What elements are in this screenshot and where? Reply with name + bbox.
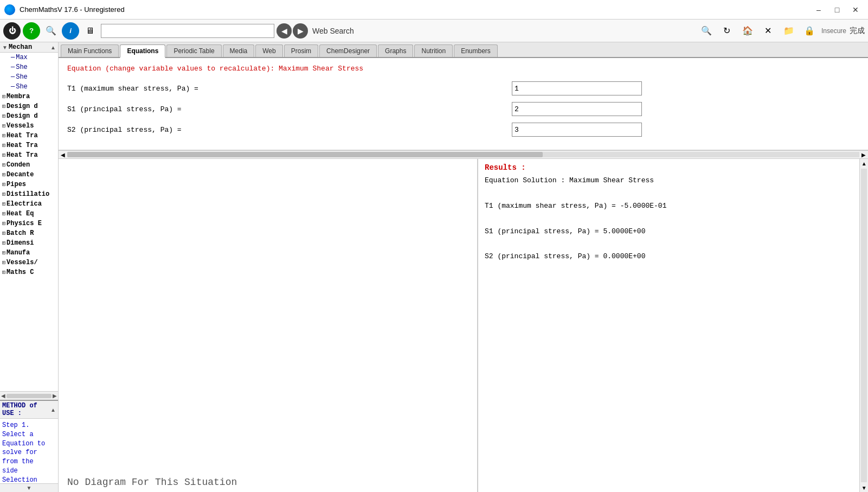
h-scroll-left-btn[interactable]: ◀ <box>59 152 67 158</box>
sidebar-item-17[interactable]: ⊞Physics E <box>0 219 58 228</box>
sidebar-item-6[interactable]: ⊞Design d <box>0 111 58 121</box>
url-input[interactable] <box>101 24 274 38</box>
sidebar-item-label: Max <box>16 54 28 61</box>
sidebar-item-8[interactable]: ⊞Heat Tra <box>0 131 58 140</box>
info-button[interactable]: i <box>62 22 79 40</box>
sidebar-item-label: Vessels <box>7 122 34 130</box>
web-search-label: Web Search <box>312 27 354 35</box>
sidebar-item-10[interactable]: ⊞Heat Tra <box>0 150 58 160</box>
tab-equations[interactable]: Equations <box>120 44 165 58</box>
tab-main-functions[interactable]: Main Functions <box>61 44 119 57</box>
tab-media[interactable]: Media <box>223 44 255 57</box>
sidebar-item-12[interactable]: ⊞Decante <box>0 170 58 180</box>
method-line: Select a <box>2 430 56 439</box>
sidebar-item-19[interactable]: ⊞Dimensi <box>0 238 58 248</box>
sidebar-item-15[interactable]: ⊞Electrica <box>0 199 58 209</box>
h-scroll-right-btn[interactable]: ▶ <box>859 152 868 158</box>
tab-graphs[interactable]: Graphs <box>378 44 413 57</box>
sidebar-item-label: Heat Tra <box>7 132 38 139</box>
diagram-panel: No Diagram For This Situation <box>59 159 478 492</box>
tree-scroll-up-btn[interactable]: ▲ <box>50 44 56 50</box>
equation-row-0: T1 (maximum shear stress, Pa) = <box>67 81 859 95</box>
tree-collapse-btn[interactable]: ▼ <box>2 44 8 50</box>
r-scroll-down-btn[interactable]: ▼ <box>860 483 868 492</box>
sidebar-item-16[interactable]: ⊞Heat Eq <box>0 209 58 219</box>
sidebar-item-11[interactable]: ⊞Conden <box>0 160 58 170</box>
h-scroll-thumb <box>67 152 543 157</box>
monitor-button[interactable]: 🖥 <box>81 22 99 40</box>
r-scroll-up-btn[interactable]: ▲ <box>860 159 868 168</box>
sidebar-item-7[interactable]: ⊞Vessels <box>0 121 58 131</box>
back-button[interactable]: ◀ <box>277 23 292 39</box>
folder-button[interactable]: 📁 <box>780 22 798 40</box>
sidebar-subitem-0[interactable]: — Max <box>0 53 58 62</box>
dash-icon: — <box>11 54 15 61</box>
sidebar-tree: ▼ Mechan ▲ — Max— She— She— She⊞Membra⊞D… <box>0 42 58 391</box>
equation-inputs: Equation (change variable values to reca… <box>59 58 868 150</box>
bottom-panel: No Diagram For This Situation Results : … <box>59 159 868 492</box>
tab-chemdesigner[interactable]: ChemDesigner <box>319 44 377 57</box>
lock-icon: 🔒 <box>804 25 815 36</box>
tab-nutrition[interactable]: Nutrition <box>414 44 453 57</box>
sidebar-item-20[interactable]: ⊞Manufa <box>0 248 58 258</box>
lock-button[interactable]: 🔒 <box>801 22 818 40</box>
expand-icon: ⊞ <box>2 171 5 178</box>
search-button[interactable]: 🔍 <box>42 22 60 40</box>
sidebar-item-4[interactable]: ⊞Membra <box>0 92 58 101</box>
sidebar-item-18[interactable]: ⊞Batch R <box>0 228 58 238</box>
close-button[interactable]: ✕ <box>847 3 864 16</box>
scroll-right-btn[interactable]: ▶ <box>53 393 57 399</box>
sidebar-item-9[interactable]: ⊞Heat Tra <box>0 140 58 150</box>
scroll-left-btn[interactable]: ◀ <box>1 393 5 399</box>
equation-label-2: S2 (principal stress, Pa) = <box>67 126 512 134</box>
scroll-thumb <box>7 394 52 398</box>
sidebar-item-5[interactable]: ⊞Design d <box>0 101 58 111</box>
result-line-0: Equation Solution : Maximum Shear Stress <box>485 174 853 187</box>
sidebar-item-22[interactable]: ⊞Maths C <box>0 267 58 277</box>
method-scroll-down[interactable]: ▼ <box>27 485 32 491</box>
stop-icon: ✕ <box>764 25 771 36</box>
power-button[interactable]: ⏻ <box>3 22 21 40</box>
equation-input-1[interactable] <box>512 102 642 116</box>
equation-input-0[interactable] <box>512 81 642 95</box>
sidebar-item-21[interactable]: ⊞Vessels/ <box>0 258 58 267</box>
kansei-label: 完成 <box>850 26 865 36</box>
tree-items: — Max— She— She— She⊞Membra⊞Design d⊞Des… <box>0 53 58 277</box>
nav-buttons: ◀ ▶ <box>277 23 308 39</box>
minimize-button[interactable]: – <box>811 3 827 16</box>
sidebar-item-13[interactable]: ⊞Pipes <box>0 180 58 189</box>
tab-prosim[interactable]: Prosim <box>284 44 318 57</box>
back-icon: ◀ <box>281 27 287 35</box>
zoom-button[interactable]: 🔍 <box>698 22 715 40</box>
tab-enumbers[interactable]: Enumbers <box>454 44 498 57</box>
tab-web[interactable]: Web <box>255 44 282 57</box>
sidebar-item-label: Membra <box>7 93 30 100</box>
maximize-button[interactable]: □ <box>829 3 845 16</box>
expand-icon: ⊞ <box>2 210 5 217</box>
tab-periodic-table[interactable]: Periodic Table <box>166 44 221 57</box>
forward-button[interactable]: ▶ <box>293 23 308 39</box>
method-line: Selection <box>2 476 56 483</box>
dash-icon: — <box>11 73 15 81</box>
sidebar-item-label: Physics E <box>7 220 42 227</box>
help-button[interactable]: ? <box>23 22 40 40</box>
sidebar-item-label: Electrica <box>7 200 42 208</box>
window-controls: – □ ✕ <box>811 3 864 16</box>
sidebar-subitem-3[interactable]: — She <box>0 82 58 92</box>
insecure-label: Insecure <box>821 27 846 35</box>
expand-icon: ⊞ <box>2 269 5 276</box>
sidebar-item-14[interactable]: ⊞Distillatio <box>0 189 58 199</box>
sidebar-subitem-1[interactable]: — She <box>0 62 58 72</box>
method-scroll-up[interactable]: ▲ <box>50 407 56 413</box>
home-button[interactable]: 🏠 <box>739 22 756 40</box>
stop-button[interactable]: ✕ <box>760 22 777 40</box>
equation-input-2[interactable] <box>512 123 642 137</box>
expand-icon: ⊞ <box>2 93 5 100</box>
result-line-4: S1 (principal stress, Pa) = 5.0000E+00 <box>485 225 853 238</box>
h-scroll-track <box>67 152 859 157</box>
equation-label-0: T1 (maximum shear stress, Pa) = <box>67 85 512 93</box>
expand-icon: ⊞ <box>2 191 5 197</box>
sidebar-subitem-2[interactable]: — She <box>0 72 58 82</box>
refresh-button[interactable]: ↻ <box>718 22 736 40</box>
sidebar-item-label: Design d <box>7 103 38 110</box>
